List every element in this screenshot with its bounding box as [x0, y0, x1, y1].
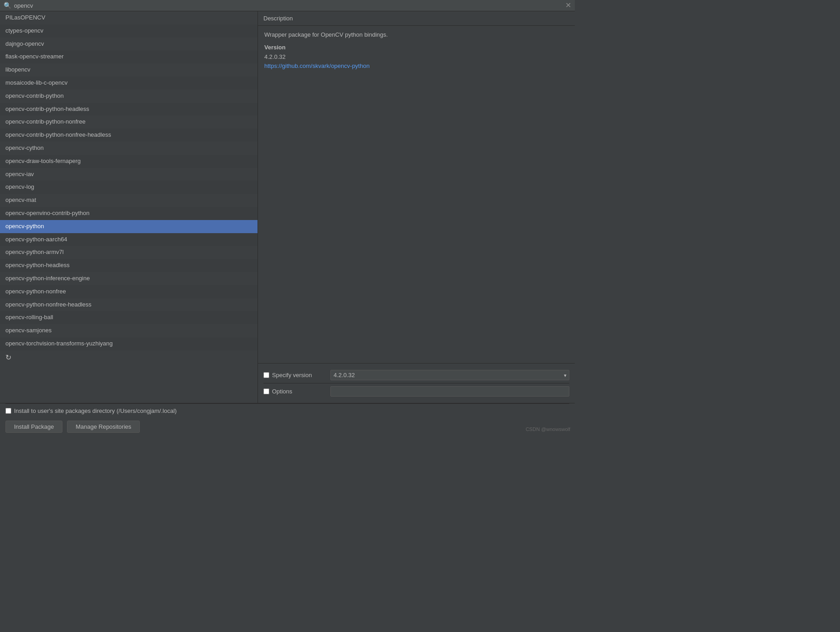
content-area: PILasOPENCVctypes-opencvdajngo-opencvfla…	[0, 11, 575, 403]
version-select[interactable]: 4.2.0.32	[330, 370, 569, 380]
list-item[interactable]: opencv-openvino-contrib-python	[0, 207, 258, 220]
list-item[interactable]: dajngo-opencv	[0, 38, 258, 51]
install-package-button[interactable]: Install Package	[5, 421, 62, 433]
options-label[interactable]: Options	[263, 388, 327, 395]
list-item[interactable]: PILasOPENCV	[0, 11, 258, 24]
list-item[interactable]: opencv-samjones	[0, 324, 258, 337]
specify-version-checkbox[interactable]	[263, 372, 269, 378]
refresh-icon[interactable]: ↻	[5, 354, 11, 361]
list-item[interactable]: opencv-mat	[0, 194, 258, 207]
list-item[interactable]: opencv-torchvision-transforms-yuzhiyang	[0, 337, 258, 350]
list-item[interactable]: mosaicode-lib-c-opencv	[0, 77, 258, 90]
list-item[interactable]: opencv-draw-tools-fernaperg	[0, 155, 258, 168]
list-item[interactable]: libopencv	[0, 63, 258, 77]
version-link[interactable]: https://github.com/skvark/opencv-python	[264, 62, 370, 69]
manage-repositories-button[interactable]: Manage Repositories	[67, 421, 140, 433]
list-item[interactable]: opencv-contrib-python-headless	[0, 103, 258, 116]
list-item[interactable]: opencv-python-nonfree-headless	[0, 298, 258, 311]
watermark: CSDN @wnowswolf	[525, 426, 570, 432]
list-item[interactable]: flask-opencv-streamer	[0, 50, 258, 63]
install-user-label: Install to user's site packages director…	[14, 407, 177, 414]
options-input[interactable]	[330, 386, 569, 397]
list-item[interactable]: opencv-contrib-python	[0, 90, 258, 103]
install-checkbox-row: Install to user's site packages director…	[5, 403, 569, 417]
clear-icon[interactable]: ✕	[565, 2, 571, 9]
version-row: Specify version 4.2.0.32	[263, 367, 569, 383]
search-icon: 🔍	[4, 2, 11, 9]
version-number: 4.2.0.32	[264, 53, 568, 62]
list-item[interactable]: opencv-rolling-ball	[0, 311, 258, 324]
list-item[interactable]: opencv-python-armv7l	[0, 246, 258, 259]
version-label: Version	[264, 43, 568, 52]
list-item[interactable]: opencv-python-inference-engine	[0, 272, 258, 285]
description-panel: Description Wrapper package for OpenCV p…	[258, 11, 575, 403]
list-item[interactable]: opencv-contrib-python-nonfree-headless	[0, 129, 258, 142]
specify-version-label[interactable]: Specify version	[263, 372, 327, 378]
list-item[interactable]: opencv-log	[0, 181, 258, 194]
list-item[interactable]: ctypes-opencv	[0, 24, 258, 38]
list-item[interactable]: opencv-iav	[0, 168, 258, 181]
description-body: Wrapper package for OpenCV python bindin…	[264, 30, 568, 39]
options-row: Options	[263, 383, 569, 399]
description-header: Description	[258, 11, 575, 26]
list-item[interactable]: opencv-cython	[0, 142, 258, 155]
list-item[interactable]: opencv-python-aarch64	[0, 233, 258, 246]
list-item[interactable]: opencv-python	[0, 220, 258, 233]
bottom-controls: Specify version 4.2.0.32 Options	[258, 363, 575, 403]
version-select-wrapper: 4.2.0.32	[330, 370, 569, 380]
list-item[interactable]: opencv-python-nonfree	[0, 285, 258, 298]
search-bar: 🔍 ✕	[0, 0, 575, 11]
list-item[interactable]: opencv-python-headless	[0, 259, 258, 272]
search-input[interactable]	[14, 2, 563, 9]
description-content: Wrapper package for OpenCV python bindin…	[258, 26, 575, 363]
install-user-checkbox[interactable]	[5, 408, 11, 414]
package-list: PILasOPENCVctypes-opencvdajngo-opencvfla…	[0, 11, 258, 403]
footer-buttons: Install Package Manage Repositories	[5, 417, 569, 435]
options-checkbox[interactable]	[263, 388, 269, 394]
list-item[interactable]: opencv-contrib-python-nonfree	[0, 115, 258, 129]
